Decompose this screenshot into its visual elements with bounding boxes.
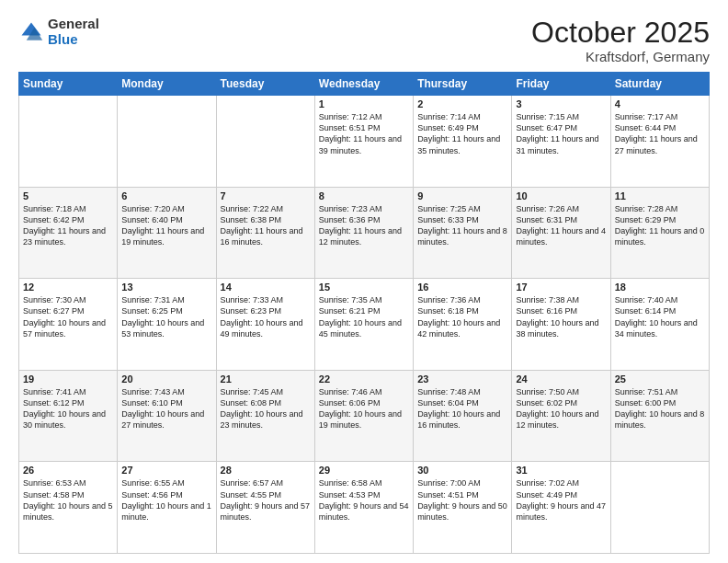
col-friday: Friday	[512, 73, 610, 96]
day-number: 7	[221, 190, 311, 201]
col-tuesday: Tuesday	[216, 73, 314, 96]
cell-info: Sunrise: 6:55 AMSunset: 4:56 PMDaylight:…	[121, 477, 211, 523]
calendar-week-4: 26Sunrise: 6:53 AMSunset: 4:58 PMDayligh…	[19, 462, 710, 554]
cell-info: Sunrise: 7:30 AMSunset: 6:27 PMDaylight:…	[23, 294, 113, 339]
cell-info: Sunrise: 7:12 AMSunset: 6:51 PMDaylight:…	[319, 111, 409, 156]
calendar-cell: 3Sunrise: 7:15 AMSunset: 6:47 PMDaylight…	[512, 96, 610, 188]
calendar-header-row: Sunday Monday Tuesday Wednesday Thursday…	[19, 73, 710, 96]
cell-info: Sunrise: 7:22 AMSunset: 6:38 PMDaylight:…	[221, 203, 311, 248]
calendar-cell: 6Sunrise: 7:20 AMSunset: 6:40 PMDaylight…	[118, 187, 216, 279]
calendar-cell: 24Sunrise: 7:50 AMSunset: 6:02 PMDayligh…	[512, 370, 610, 462]
calendar-cell: 8Sunrise: 7:23 AMSunset: 6:36 PMDaylight…	[314, 187, 413, 279]
location: Kraftsdorf, Germany	[531, 49, 710, 64]
calendar-week-0: 1Sunrise: 7:12 AMSunset: 6:51 PMDaylight…	[19, 96, 710, 188]
cell-info: Sunrise: 7:23 AMSunset: 6:36 PMDaylight:…	[319, 203, 409, 248]
cell-info: Sunrise: 7:36 AMSunset: 6:18 PMDaylight:…	[417, 294, 507, 339]
cell-info: Sunrise: 7:02 AMSunset: 4:49 PMDaylight:…	[516, 477, 606, 523]
calendar-cell: 18Sunrise: 7:40 AMSunset: 6:14 PMDayligh…	[610, 279, 709, 371]
calendar-cell	[610, 462, 709, 554]
col-saturday: Saturday	[610, 73, 709, 96]
cell-info: Sunrise: 7:20 AMSunset: 6:40 PMDaylight:…	[121, 203, 211, 248]
calendar-cell: 14Sunrise: 7:33 AMSunset: 6:23 PMDayligh…	[216, 279, 314, 371]
day-number: 25	[615, 373, 705, 385]
logo: General Blue	[18, 17, 99, 47]
cell-info: Sunrise: 7:15 AMSunset: 6:47 PMDaylight:…	[516, 111, 606, 156]
day-number: 10	[516, 190, 606, 201]
calendar-cell: 12Sunrise: 7:30 AMSunset: 6:27 PMDayligh…	[19, 279, 118, 371]
day-number: 1	[319, 98, 409, 109]
day-number: 14	[221, 282, 311, 293]
cell-info: Sunrise: 7:31 AMSunset: 6:25 PMDaylight:…	[121, 294, 211, 339]
cell-info: Sunrise: 7:43 AMSunset: 6:10 PMDaylight:…	[121, 386, 211, 431]
day-number: 31	[516, 465, 606, 476]
logo-blue: Blue	[48, 31, 78, 47]
day-number: 21	[221, 373, 311, 385]
logo-icon	[18, 19, 44, 45]
calendar-cell	[19, 96, 118, 188]
calendar-cell: 21Sunrise: 7:45 AMSunset: 6:08 PMDayligh…	[216, 370, 314, 462]
calendar-cell: 26Sunrise: 6:53 AMSunset: 4:58 PMDayligh…	[19, 462, 118, 554]
col-monday: Monday	[118, 73, 216, 96]
calendar-cell: 11Sunrise: 7:28 AMSunset: 6:29 PMDayligh…	[610, 187, 709, 279]
title-section: October 2025 Kraftsdorf, Germany	[531, 17, 710, 64]
day-number: 9	[417, 190, 507, 201]
day-number: 22	[319, 373, 409, 385]
calendar-cell: 15Sunrise: 7:35 AMSunset: 6:21 PMDayligh…	[314, 279, 413, 371]
calendar-cell: 28Sunrise: 6:57 AMSunset: 4:55 PMDayligh…	[216, 462, 314, 554]
calendar-week-3: 19Sunrise: 7:41 AMSunset: 6:12 PMDayligh…	[19, 370, 710, 462]
cell-info: Sunrise: 7:17 AMSunset: 6:44 PMDaylight:…	[615, 111, 705, 156]
cell-info: Sunrise: 7:46 AMSunset: 6:06 PMDaylight:…	[319, 386, 409, 431]
month-title: October 2025	[531, 17, 710, 49]
calendar-cell: 27Sunrise: 6:55 AMSunset: 4:56 PMDayligh…	[118, 462, 216, 554]
top-section: General Blue October 2025 Kraftsdorf, Ge…	[18, 17, 710, 64]
calendar-cell	[216, 96, 314, 188]
day-number: 26	[23, 465, 113, 476]
day-number: 15	[319, 282, 409, 293]
page: General Blue October 2025 Kraftsdorf, Ge…	[0, 0, 728, 563]
cell-info: Sunrise: 7:28 AMSunset: 6:29 PMDaylight:…	[615, 203, 705, 248]
cell-info: Sunrise: 7:50 AMSunset: 6:02 PMDaylight:…	[516, 386, 606, 431]
day-number: 29	[319, 465, 409, 476]
calendar-cell: 23Sunrise: 7:48 AMSunset: 6:04 PMDayligh…	[414, 370, 512, 462]
calendar-cell: 30Sunrise: 7:00 AMSunset: 4:51 PMDayligh…	[414, 462, 512, 554]
cell-info: Sunrise: 7:33 AMSunset: 6:23 PMDaylight:…	[221, 294, 311, 339]
day-number: 30	[417, 465, 507, 476]
day-number: 5	[23, 190, 113, 201]
day-number: 27	[121, 465, 211, 476]
calendar-cell: 1Sunrise: 7:12 AMSunset: 6:51 PMDaylight…	[314, 96, 413, 188]
logo-general: General	[48, 16, 99, 31]
calendar-cell: 2Sunrise: 7:14 AMSunset: 6:49 PMDaylight…	[414, 96, 512, 188]
day-number: 3	[516, 98, 606, 109]
calendar-cell: 16Sunrise: 7:36 AMSunset: 6:18 PMDayligh…	[414, 279, 512, 371]
cell-info: Sunrise: 7:14 AMSunset: 6:49 PMDaylight:…	[417, 111, 507, 156]
day-number: 28	[221, 465, 311, 476]
calendar-cell: 4Sunrise: 7:17 AMSunset: 6:44 PMDaylight…	[610, 96, 709, 188]
cell-info: Sunrise: 7:25 AMSunset: 6:33 PMDaylight:…	[417, 203, 507, 248]
day-number: 12	[23, 282, 113, 293]
day-number: 18	[615, 282, 705, 293]
cell-info: Sunrise: 7:18 AMSunset: 6:42 PMDaylight:…	[23, 203, 113, 248]
calendar-cell: 25Sunrise: 7:51 AMSunset: 6:00 PMDayligh…	[610, 370, 709, 462]
calendar-cell: 22Sunrise: 7:46 AMSunset: 6:06 PMDayligh…	[314, 370, 413, 462]
cell-info: Sunrise: 7:48 AMSunset: 6:04 PMDaylight:…	[417, 386, 507, 431]
day-number: 19	[23, 373, 113, 385]
calendar-cell: 19Sunrise: 7:41 AMSunset: 6:12 PMDayligh…	[19, 370, 118, 462]
calendar-week-2: 12Sunrise: 7:30 AMSunset: 6:27 PMDayligh…	[19, 279, 710, 371]
day-number: 11	[615, 190, 705, 201]
calendar-cell: 31Sunrise: 7:02 AMSunset: 4:49 PMDayligh…	[512, 462, 610, 554]
cell-info: Sunrise: 7:51 AMSunset: 6:00 PMDaylight:…	[615, 386, 705, 431]
day-number: 17	[516, 282, 606, 293]
calendar-cell: 5Sunrise: 7:18 AMSunset: 6:42 PMDaylight…	[19, 187, 118, 279]
day-number: 23	[417, 373, 507, 385]
col-wednesday: Wednesday	[314, 73, 413, 96]
cell-info: Sunrise: 6:57 AMSunset: 4:55 PMDaylight:…	[221, 477, 311, 523]
calendar-cell: 20Sunrise: 7:43 AMSunset: 6:10 PMDayligh…	[118, 370, 216, 462]
day-number: 13	[121, 282, 211, 293]
day-number: 8	[319, 190, 409, 201]
calendar-cell: 13Sunrise: 7:31 AMSunset: 6:25 PMDayligh…	[118, 279, 216, 371]
cell-info: Sunrise: 7:45 AMSunset: 6:08 PMDaylight:…	[221, 386, 311, 431]
cell-info: Sunrise: 7:00 AMSunset: 4:51 PMDaylight:…	[417, 477, 507, 523]
calendar-cell: 7Sunrise: 7:22 AMSunset: 6:38 PMDaylight…	[216, 187, 314, 279]
day-number: 20	[121, 373, 211, 385]
calendar-cell: 17Sunrise: 7:38 AMSunset: 6:16 PMDayligh…	[512, 279, 610, 371]
